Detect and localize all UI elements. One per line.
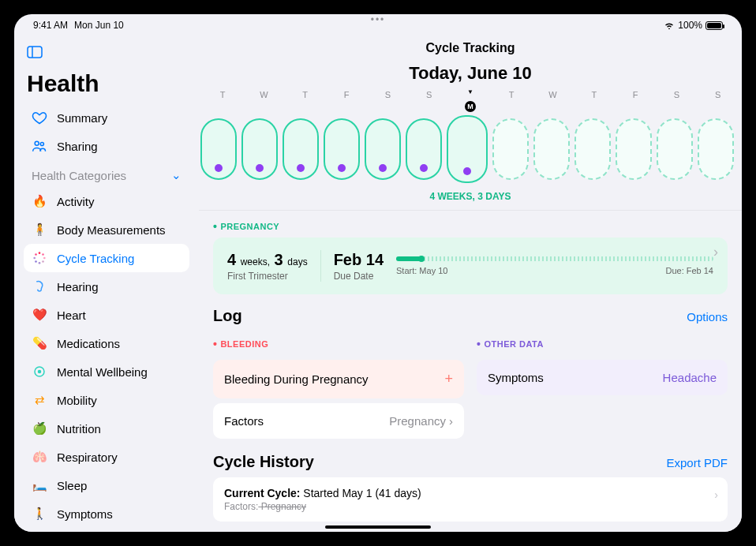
gestation-stat: 4 weeks, 3 days First Trimester	[227, 251, 308, 282]
progress-start-label: Start: May 10	[396, 266, 447, 275]
cycle-day-pill-future[interactable]	[698, 118, 734, 180]
day-letter: F	[616, 90, 654, 99]
day-letter: W	[534, 90, 572, 99]
export-pdf-link[interactable]: Export PDF	[666, 456, 728, 469]
day-letter: T	[575, 90, 613, 99]
sidebar-categories-header[interactable]: Health Categories ⌄	[24, 160, 189, 187]
sidebar-item-body[interactable]: 🧍Body Measurements	[24, 215, 189, 244]
status-date: Mon Jun 10	[74, 20, 124, 31]
sidebar-item-medications[interactable]: 💊Medications	[24, 329, 189, 357]
svg-point-11	[35, 253, 37, 256]
flame-icon: 🔥	[32, 193, 47, 209]
sidebar-toggle-icon[interactable]	[24, 43, 189, 70]
day-letter: S	[410, 90, 448, 99]
sidebar-item-label: Body Measurements	[57, 223, 166, 237]
sidebar-item-label: Respiratory	[57, 451, 118, 464]
sidebar-item-respiratory[interactable]: 🫁Respiratory	[24, 443, 189, 471]
wifi-icon	[664, 21, 675, 29]
sidebar-item-vitals[interactable]: 〰️Vitals	[24, 528, 189, 532]
sidebar-item-sharing[interactable]: Sharing	[24, 132, 189, 160]
cycle-day-pill-future[interactable]	[657, 118, 693, 180]
sidebar-item-sleep[interactable]: 🛏️Sleep	[24, 471, 189, 499]
cycle-day-pill-future[interactable]	[616, 118, 652, 180]
pregnancy-dot-icon	[463, 167, 471, 175]
other-data-section-label: •OTHER DATA	[477, 328, 728, 355]
pregnancy-section-label: •PREGNANCY	[213, 211, 728, 237]
card-label: Factors	[224, 414, 264, 428]
cycle-history-card[interactable]: › Current Cycle: Started May 1 (41 days)…	[213, 477, 728, 522]
chevron-right-icon: ›	[714, 488, 718, 501]
bleeding-log-card[interactable]: Bleeding During Pregnancy +	[213, 360, 464, 398]
status-time: 9:41 AM	[33, 20, 68, 31]
cycle-day-pill-today[interactable]	[447, 115, 488, 183]
factors-card[interactable]: Factors Pregnancy›	[213, 403, 464, 439]
pregnancy-card[interactable]: › 4 weeks, 3 days First Trimester Feb 14…	[213, 237, 728, 294]
cycle-day-pill[interactable]	[241, 118, 278, 180]
card-label: Bleeding During Pregnancy	[224, 372, 369, 386]
sidebar-item-cycle[interactable]: Cycle Tracking	[24, 244, 189, 272]
bed-icon: 🛏️	[32, 477, 47, 493]
sidebar-item-label: Mental Wellbeing	[57, 365, 148, 379]
svg-point-3	[40, 142, 43, 145]
cycle-day-strip[interactable]	[199, 99, 742, 191]
log-options-link[interactable]: Options	[687, 310, 728, 323]
today-marker-icon: M	[465, 101, 476, 112]
cycle-day-pill-future[interactable]	[574, 118, 611, 180]
cycle-day-pill[interactable]	[324, 118, 360, 180]
cycle-day-pill[interactable]	[406, 118, 442, 180]
svg-point-10	[33, 257, 36, 260]
heart-icon: ❤️	[32, 307, 47, 323]
sidebar-item-mobility[interactable]: ⇄Mobility	[24, 386, 189, 414]
cycle-day-pill-future[interactable]	[533, 118, 570, 180]
cycle-day-pill[interactable]	[365, 118, 401, 180]
sidebar: Health Summary Sharing Health Categories…	[14, 36, 199, 532]
pregnancy-dot-icon	[297, 164, 305, 172]
multitask-dots[interactable]: •••	[371, 14, 386, 25]
chevron-down-icon: ⌄	[171, 168, 182, 182]
sidebar-item-nutrition[interactable]: 🍏Nutrition	[24, 414, 189, 443]
svg-point-2	[35, 141, 39, 145]
sidebar-item-label: Mobility	[57, 394, 97, 407]
heart-outline-icon	[32, 110, 47, 125]
symptoms-card[interactable]: Symptoms Headache	[477, 360, 728, 395]
cycle-day-pill[interactable]	[200, 118, 237, 180]
sidebar-item-label: Nutrition	[57, 422, 101, 436]
sidebar-item-mental[interactable]: Mental Wellbeing	[24, 357, 189, 386]
day-letter-today: M	[451, 90, 489, 99]
status-bar: 9:41 AM Mon Jun 10 ••• 100%	[14, 14, 742, 36]
svg-point-9	[35, 260, 37, 263]
pill-icon: 💊	[32, 335, 47, 351]
sidebar-item-hearing[interactable]: Hearing	[24, 272, 189, 301]
day-letter-row: T W T F S S M T W T F S S	[199, 90, 742, 99]
sidebar-item-label: Activity	[57, 195, 95, 208]
plus-icon[interactable]: +	[444, 371, 453, 387]
sidebar-item-summary[interactable]: Summary	[24, 103, 189, 132]
page-title: Cycle Tracking	[199, 36, 742, 58]
walking-icon: 🚶	[32, 506, 47, 522]
battery-icon	[705, 21, 723, 30]
day-letter: S	[657, 90, 695, 99]
sidebar-item-activity[interactable]: 🔥Activity	[24, 187, 189, 215]
people-icon	[32, 138, 47, 154]
sidebar-item-label: Medications	[57, 337, 120, 350]
sidebar-item-heart[interactable]: ❤️Heart	[24, 301, 189, 329]
cycle-day-pill[interactable]	[283, 118, 319, 180]
chevron-right-icon: ›	[713, 244, 718, 260]
apple-icon: 🍏	[32, 421, 47, 436]
log-heading: Log	[213, 307, 242, 325]
cycle-day-pill-future[interactable]	[492, 118, 529, 180]
home-indicator[interactable]	[325, 525, 431, 529]
gestation-caption: 4 WEEKS, 3 DAYS	[199, 191, 742, 210]
body-icon: 🧍	[32, 222, 47, 237]
day-letter: T	[204, 90, 241, 99]
svg-point-5	[42, 253, 44, 256]
pregnancy-dot-icon	[215, 164, 223, 172]
pregnancy-progress: Start: May 10 Due: Feb 14	[396, 256, 713, 275]
day-letter: F	[327, 90, 365, 99]
sidebar-item-symptoms[interactable]: 🚶Symptoms	[24, 499, 189, 528]
main-content: Cycle Tracking Today, June 10 T W T F S …	[199, 36, 742, 532]
sidebar-item-label: Sharing	[57, 140, 98, 153]
bleeding-section-label: •BLEEDING	[213, 328, 464, 355]
pregnancy-dot-icon	[256, 164, 264, 172]
due-date-stat: Feb 14 Due Date	[334, 251, 384, 282]
